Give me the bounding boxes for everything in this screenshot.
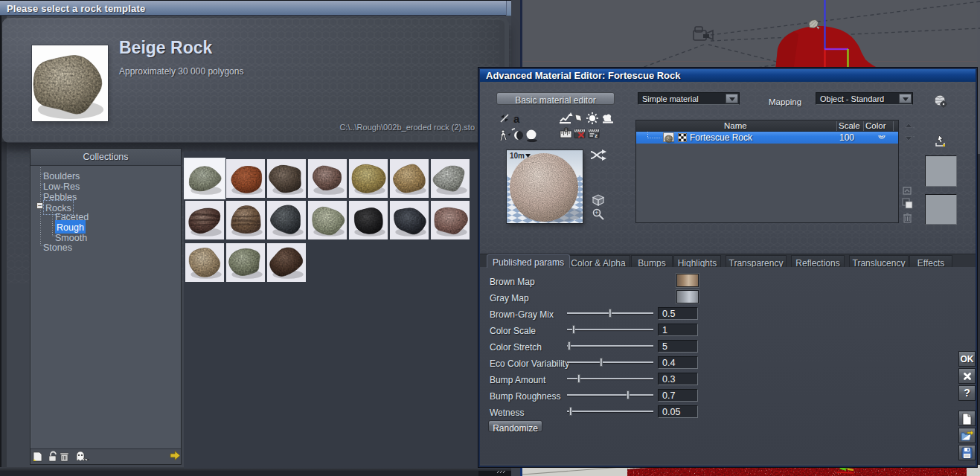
svg-text:z: z — [595, 132, 598, 139]
svg-text:10m: 10m — [510, 152, 525, 160]
svg-text:a: a — [513, 112, 520, 125]
svg-text:+: + — [595, 209, 598, 216]
